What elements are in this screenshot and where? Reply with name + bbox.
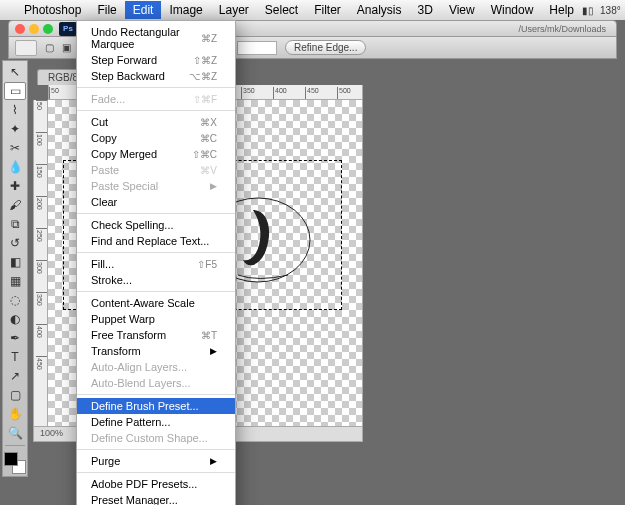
menu-item-define-brush-preset[interactable]: Define Brush Preset... [77,398,235,414]
menu-image[interactable]: Image [161,1,210,19]
menu-3d[interactable]: 3D [410,1,441,19]
menu-item-free-transform[interactable]: Free Transform⌘T [77,327,235,343]
menu-select[interactable]: Select [257,1,306,19]
mac-menubar: Photoshop File Edit Image Layer Select F… [0,0,625,20]
menu-item-fade: Fade...⇧⌘F [77,91,235,107]
menu-analysis[interactable]: Analysis [349,1,410,19]
tool-history[interactable]: ↺ [4,234,26,252]
menu-filter[interactable]: Filter [306,1,349,19]
tool-zoom[interactable]: 🔍 [4,424,26,442]
height-input[interactable] [237,41,277,55]
menu-item-step-backward[interactable]: Step Backward⌥⌘Z [77,68,235,84]
menu-item-clear[interactable]: Clear [77,194,235,210]
window-minimize[interactable] [29,24,39,34]
menu-item-auto-blend-layers: Auto-Blend Layers... [77,375,235,391]
battery-icon: ▮▯ [582,5,594,16]
tool-move[interactable]: ↖ [4,63,26,81]
tool-dodge[interactable]: ◐ [4,310,26,328]
menu-item-copy-merged[interactable]: Copy Merged⇧⌘C [77,146,235,162]
tool-eraser[interactable]: ◧ [4,253,26,271]
menu-help[interactable]: Help [541,1,582,19]
menu-item-purge[interactable]: Purge▶ [77,453,235,469]
menu-item-content-aware-scale[interactable]: Content-Aware Scale [77,295,235,311]
menu-item-fill[interactable]: Fill...⇧F5 [77,256,235,272]
menu-item-auto-align-layers: Auto-Align Layers... [77,359,235,375]
tool-type[interactable]: T [4,348,26,366]
edit-dropdown: Undo Rectangular Marquee⌘ZStep Forward⇧⌘… [76,20,236,505]
tool-heal[interactable]: ✚ [4,177,26,195]
tool-gradient[interactable]: ▦ [4,272,26,290]
temp-indicator: 138° [600,5,621,16]
menu-view[interactable]: View [441,1,483,19]
menu-item-find-and-replace-text[interactable]: Find and Replace Text... [77,233,235,249]
tool-marquee[interactable]: ▭ [4,82,26,100]
ps-logo: Ps [59,22,77,36]
tool-stamp[interactable]: ⧉ [4,215,26,233]
tool-pen[interactable]: ✒ [4,329,26,347]
color-swatches[interactable] [4,452,26,474]
menu-item-undo-rectangular-marquee[interactable]: Undo Rectangular Marquee⌘Z [77,24,235,52]
menu-item-step-forward[interactable]: Step Forward⇧⌘Z [77,52,235,68]
path-hint: /Users/mk/Downloads [518,24,606,34]
menu-layer[interactable]: Layer [211,1,257,19]
refine-edge-button[interactable]: Refine Edge... [285,40,366,55]
marquee-add-icon[interactable]: ▣ [62,42,71,53]
tools-panel: ↖▭⌇✦✂💧✚🖌⧉↺◧▦◌◐✒T↗▢✋🔍 [2,60,28,477]
fg-swatch[interactable] [4,452,18,466]
menu-file[interactable]: File [89,1,124,19]
menu-item-stroke[interactable]: Stroke... [77,272,235,288]
tool-shape[interactable]: ▢ [4,386,26,404]
menu-item-define-custom-shape: Define Custom Shape... [77,430,235,446]
tool-path[interactable]: ↗ [4,367,26,385]
menu-item-define-pattern[interactable]: Define Pattern... [77,414,235,430]
tool-crop[interactable]: ✂ [4,139,26,157]
tool-blur[interactable]: ◌ [4,291,26,309]
menubar-right: ▮▯ 138° 🔍 [582,5,625,16]
marquee-new-icon[interactable]: ▢ [45,42,54,53]
menu-item-check-spelling[interactable]: Check Spelling... [77,217,235,233]
window-zoom[interactable] [43,24,53,34]
menu-item-preset-manager[interactable]: Preset Manager... [77,492,235,505]
menu-item-paste-special: Paste Special▶ [77,178,235,194]
menu-photoshop[interactable]: Photoshop [16,1,89,19]
tool-hand[interactable]: ✋ [4,405,26,423]
tool-brush[interactable]: 🖌 [4,196,26,214]
menu-item-transform[interactable]: Transform▶ [77,343,235,359]
menu-window[interactable]: Window [483,1,542,19]
menu-item-adobe-pdf-presets[interactable]: Adobe PDF Presets... [77,476,235,492]
tool-wand[interactable]: ✦ [4,120,26,138]
menu-item-paste: Paste⌘V [77,162,235,178]
menu-item-copy[interactable]: Copy⌘C [77,130,235,146]
tool-eyedrop[interactable]: 💧 [4,158,26,176]
ruler-vertical: 50100150200250300350400450 [33,100,48,427]
tool-lasso[interactable]: ⌇ [4,101,26,119]
menu-item-puppet-warp[interactable]: Puppet Warp [77,311,235,327]
menu-edit[interactable]: Edit [125,1,162,19]
tool-preset-picker[interactable] [15,40,37,56]
menu-item-cut[interactable]: Cut⌘X [77,114,235,130]
window-close[interactable] [15,24,25,34]
